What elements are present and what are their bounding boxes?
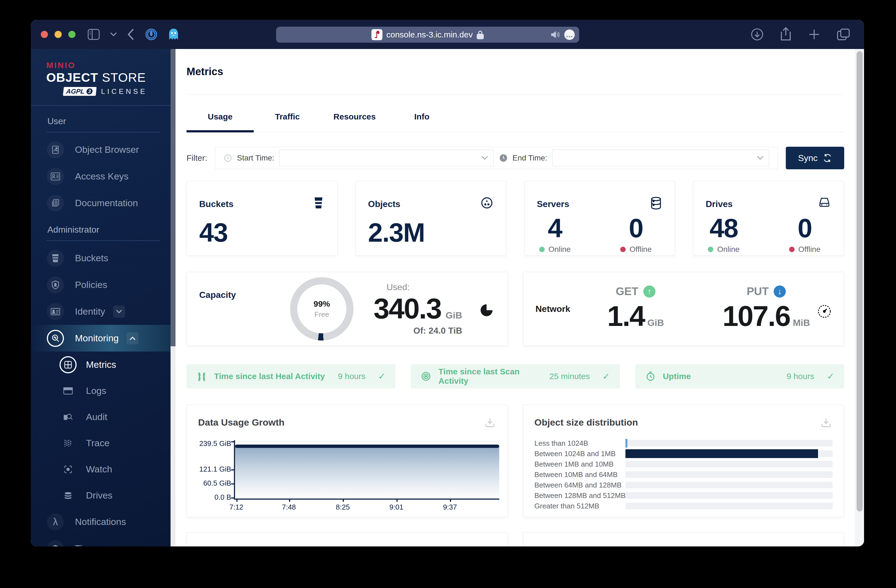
end-time-label: End Time:	[512, 153, 547, 163]
main-scrollbar-thumb[interactable]	[856, 51, 862, 512]
sidebar-item-identity[interactable]: Identity	[31, 298, 175, 325]
address-bar[interactable]: console.ns-3.ic.min.dev …	[276, 27, 579, 43]
status-value: 9 hours	[338, 372, 365, 381]
capacity-used-unit: GiB	[445, 310, 462, 321]
sidebar-toggle-icon[interactable]	[88, 29, 100, 40]
sidebar-item-label: Access Keys	[75, 171, 129, 182]
dist-row: Between 1MB and 10MB	[535, 459, 833, 469]
capacity-free-label: Free	[314, 310, 329, 319]
start-time-label: Start Time:	[237, 153, 274, 163]
metrics-icon	[59, 356, 76, 373]
tab-resources[interactable]: Resources	[321, 112, 388, 132]
identity-expand-chevron-icon[interactable]	[113, 305, 125, 318]
reader-options-icon[interactable]: …	[564, 29, 575, 40]
browser-window: console.ns-3.ic.min.dev …	[31, 20, 864, 547]
sidebar: MINIO OBJECT STORE AGPL3 LICENSE User Ob…	[31, 49, 175, 547]
sidebar-item-notifications[interactable]: λ Notifications	[31, 509, 175, 535]
app-logo: MINIO OBJECT STORE AGPL3 LICENSE	[46, 61, 147, 96]
sidebar-item-access-keys[interactable]: Access Keys	[31, 163, 175, 190]
objects-count: 2.3M	[368, 217, 494, 248]
back-icon[interactable]	[127, 29, 134, 40]
sidebar-chevron-icon[interactable]	[110, 32, 117, 36]
minimize-window-button[interactable]	[55, 31, 62, 38]
buckets-card: Buckets 43	[186, 181, 338, 256]
dist-category-label: Between 10MB and 64MB	[535, 471, 625, 479]
dist-row: Less than 1024B	[535, 438, 833, 448]
sidebar-subitem-trace[interactable]: Trace	[31, 430, 175, 456]
sidebar-item-object-browser[interactable]: Object Browser	[31, 136, 175, 163]
page-title: Metrics	[186, 66, 223, 77]
sidebar-divider	[31, 105, 175, 106]
sidebar-item-policies[interactable]: Policies	[31, 271, 175, 298]
drive-icon	[818, 197, 830, 208]
network-card-title: Network	[536, 304, 570, 314]
share-icon[interactable]	[780, 27, 792, 41]
drives-offline-count: 0	[789, 213, 820, 243]
sidebar-item-buckets[interactable]: Buckets	[31, 245, 175, 271]
get-value: 1.4	[607, 300, 645, 333]
onepassword-extension-icon[interactable]	[145, 28, 158, 41]
sidebar-section-divider	[46, 240, 160, 241]
sidebar-scrollbar-thumb[interactable]	[171, 49, 175, 346]
sidebar-item-label: Notifications	[75, 517, 126, 527]
sidebar-scrollbar-track[interactable]	[171, 49, 175, 547]
sidebar-section-user: User	[47, 116, 175, 126]
usage-line	[235, 445, 499, 448]
partial-card-left	[186, 532, 508, 547]
y-axis-tick: 60.5 GiB	[198, 479, 231, 488]
filter-bar: Filter: Start Time:	[186, 147, 844, 169]
sidebar-subitem-drives[interactable]: Drives	[31, 482, 175, 509]
downloads-icon[interactable]	[751, 28, 764, 41]
sidebar-item-label: Drives	[86, 490, 113, 501]
sidebar-subitem-audit[interactable]: Audit	[31, 404, 175, 430]
sidebar-item-documentation[interactable]: Documentation	[31, 190, 175, 216]
tab-usage[interactable]: Usage	[186, 112, 254, 132]
capacity-used-label: Used:	[387, 282, 462, 292]
tab-info[interactable]: Info	[388, 112, 456, 132]
buckets-count: 43	[199, 217, 325, 248]
ghostery-extension-icon[interactable]	[168, 28, 179, 41]
url-text: console.ns-3.ic.min.dev	[386, 30, 472, 40]
capacity-free-percent: 99%	[314, 299, 330, 308]
sync-button[interactable]: Sync	[786, 147, 844, 169]
tab-traffic[interactable]: Traffic	[254, 112, 321, 132]
sidebar-item-tiers[interactable]: Tiers	[31, 535, 175, 547]
download-chart-icon[interactable]	[485, 417, 495, 428]
logs-icon	[59, 382, 76, 400]
dist-row: Between 10MB and 64MB	[535, 469, 833, 480]
sidebar-item-monitoring[interactable]: Monitoring	[31, 325, 175, 351]
servers-online-count: 4	[539, 213, 571, 243]
monitoring-collapse-chevron-icon[interactable]	[126, 332, 139, 344]
mute-icon[interactable]	[550, 30, 560, 39]
sidebar-item-label: Metrics	[86, 359, 116, 370]
bucket-icon	[313, 197, 324, 209]
sidebar-subitem-logs[interactable]: Logs	[31, 378, 175, 404]
dist-row: Between 1024B and 1MB	[535, 448, 833, 459]
watch-icon	[59, 461, 76, 478]
y-axis-tick: 0.0 B	[198, 493, 231, 501]
close-window-button[interactable]	[41, 31, 48, 38]
objects-icon	[481, 197, 493, 209]
network-card: Network GET ↑ 1.4 GiB PUT	[523, 272, 844, 346]
y-axis-tick: 121.1 GiB	[198, 465, 231, 474]
sidebar-subitem-watch[interactable]: Watch	[31, 456, 175, 482]
end-time-select[interactable]	[552, 149, 769, 167]
main-scrollbar-track[interactable]	[855, 49, 864, 547]
sidebar-section-divider	[46, 132, 160, 132]
tab-overview-icon[interactable]	[837, 28, 850, 41]
get-label: GET	[616, 285, 638, 298]
minio-brand: MINIO	[46, 61, 147, 70]
sidebar-subitem-metrics[interactable]: Metrics	[31, 351, 175, 378]
object-size-distribution-title: Object size distribution	[535, 417, 833, 428]
policies-icon	[47, 277, 64, 293]
start-time-select[interactable]	[279, 149, 494, 167]
capacity-card: Capacity 99% Free Used: 340.3 GiB O	[186, 272, 508, 346]
end-time-clock-icon	[499, 154, 507, 162]
site-favicon	[372, 29, 382, 40]
new-tab-icon[interactable]	[808, 28, 820, 41]
sync-icon	[823, 153, 832, 163]
download-chart-icon[interactable]	[820, 417, 832, 428]
servers-icon	[651, 197, 661, 210]
zoom-window-button[interactable]	[69, 31, 76, 38]
put-label: PUT	[747, 285, 769, 298]
